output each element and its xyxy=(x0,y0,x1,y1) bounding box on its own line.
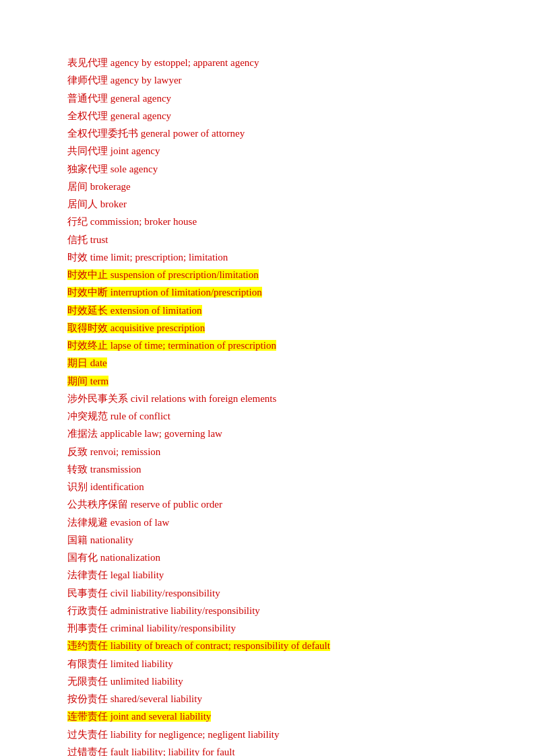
list-item: 过错责任 fault liability; liability for faul… xyxy=(67,743,495,756)
list-item: 国有化 nationalization xyxy=(67,549,495,566)
list-item: 过失责任 liability for negligence; negligent… xyxy=(67,726,495,743)
list-item: 时效中断 interruption of limitation/prescrip… xyxy=(67,283,495,301)
list-item: 时效中止 suspension of prescription/limitati… xyxy=(67,266,495,283)
list-item: 信托 trust xyxy=(67,231,495,248)
list-item: 按份责任 shared/several liability xyxy=(67,690,495,708)
list-item: 期日 date xyxy=(67,354,495,372)
list-item: 公共秩序保留 reserve of public order xyxy=(67,495,495,513)
list-item: 共同代理 joint agency xyxy=(67,142,495,160)
list-item: 连带责任 joint and several liability xyxy=(67,708,495,725)
highlighted-entry: 取得时效 acquisitive prescription xyxy=(67,322,205,333)
highlighted-entry: 期间 term xyxy=(67,376,108,386)
highlighted-entry: 时效中止 suspension of prescription/limitati… xyxy=(67,269,259,280)
list-item: 时效延长 extension of limitation xyxy=(67,302,495,319)
highlighted-entry: 时效终止 lapse of time; termination of presc… xyxy=(67,340,276,351)
list-item: 涉外民事关系 civil relations with foreign elem… xyxy=(67,390,495,407)
list-item: 独家代理 sole agency xyxy=(67,160,495,178)
list-item: 违约责任 liability of breach of contract; re… xyxy=(67,637,495,654)
highlighted-entry: 违约责任 liability of breach of contract; re… xyxy=(67,640,330,651)
highlighted-entry: 连带责任 joint and several liability xyxy=(67,711,211,722)
list-item: 反致 renvoi; remission xyxy=(67,443,495,460)
list-item: 有限责任 limited liability xyxy=(67,655,495,673)
list-item: 普通代理 general agency xyxy=(67,90,495,107)
highlighted-entry: 期日 date xyxy=(67,357,107,368)
list-item: 准据法 applicable law; governing law xyxy=(67,425,495,442)
list-item: 时效 time limit; prescription; limitation xyxy=(67,248,495,266)
list-item: 冲突规范 rule of conflict xyxy=(67,407,495,425)
list-item: 国籍 nationality xyxy=(67,531,495,549)
list-item: 行纪 commission; broker house xyxy=(67,213,495,230)
list-item: 全权代理 general agency xyxy=(67,107,495,125)
list-item: 取得时效 acquisitive prescription xyxy=(67,319,495,337)
list-item: 全权代理委托书 general power of attorney xyxy=(67,125,495,142)
list-item: 识别 identification xyxy=(67,478,495,495)
list-item: 民事责任 civil liability/responsibility xyxy=(67,584,495,602)
list-item: 律师代理 agency by lawyer xyxy=(67,71,495,89)
list-item: 期间 term xyxy=(67,372,495,390)
list-item: 无限责任 unlimited liability xyxy=(67,673,495,690)
list-item: 行政责任 administrative liability/responsibi… xyxy=(67,602,495,619)
list-item: 居间人 broker xyxy=(67,195,495,213)
list-item: 时效终止 lapse of time; termination of presc… xyxy=(67,337,495,354)
list-item: 刑事责任 criminal liability/responsibility xyxy=(67,619,495,637)
list-item: 法律责任 legal liability xyxy=(67,566,495,584)
list-item: 法律规避 evasion of law xyxy=(67,514,495,531)
content-area: 表见代理 agency by estoppel; apparent agency… xyxy=(67,54,495,756)
list-item: 转致 transmission xyxy=(67,460,495,478)
highlighted-entry: 时效中断 interruption of limitation/prescrip… xyxy=(67,287,262,298)
list-item: 表见代理 agency by estoppel; apparent agency xyxy=(67,54,495,71)
list-item: 居间 brokerage xyxy=(67,178,495,195)
highlighted-entry: 时效延长 extension of limitation xyxy=(67,305,202,316)
